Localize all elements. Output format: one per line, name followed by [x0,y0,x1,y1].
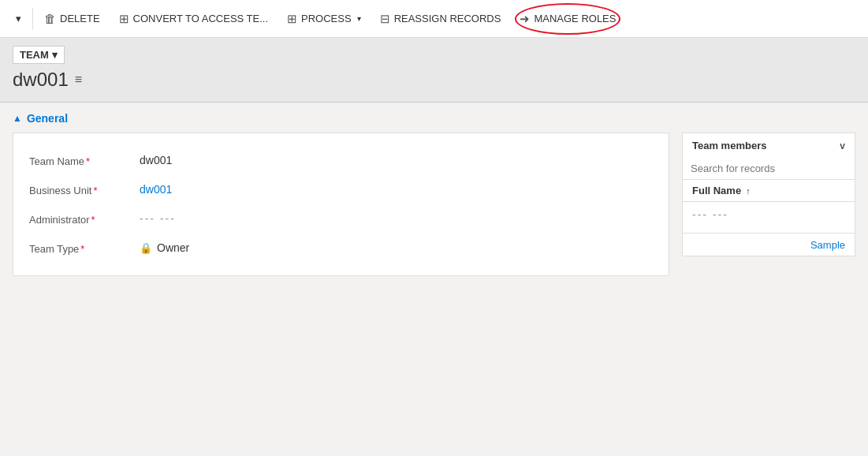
panel-footer-link[interactable]: Sample [810,239,845,251]
lock-icon: 🔒 [140,242,152,254]
team-type-required: * [80,243,84,255]
toolbar-divider-1 [32,8,33,30]
process-label: PROCESS [301,13,352,24]
main-content: ▲ General Team Name* dw001 Business Unit… [0,103,868,286]
business-unit-row: Business Unit* dw001 [29,175,653,204]
team-name-row: Team Name* dw001 [29,146,653,175]
team-type-value: 🔒 Owner [140,241,653,254]
business-unit-required: * [93,185,97,196]
team-name-label: Team Name* [29,154,140,167]
reassign-icon: ⊟ [380,12,390,26]
form-card: Team Name* dw001 Business Unit* dw001 Ad… [13,133,669,276]
record-title: dw001 [13,69,69,91]
team-type-row: Team Type* 🔒 Owner [29,234,653,263]
section-label: General [27,112,68,125]
administrator-required: * [91,214,95,226]
panel-column-header: Full Name ↑ [682,180,855,202]
reassign-label: REASSIGN RECORDS [394,13,501,24]
convert-icon: ⊞ [119,12,129,26]
administrator-label: Administrator* [29,212,140,226]
reassign-button[interactable]: ⊟ REASSIGN RECORDS [371,0,511,38]
panel-header: Team members v [682,133,855,158]
panel-footer: Sample [682,234,855,256]
team-dropdown-label: TEAM [20,49,49,61]
toolbar: ▾ 🗑 DELETE ⊞ CONVERT TO ACCESS TE... ⊞ P… [0,0,868,38]
convert-label: CONVERT TO ACCESS TE... [133,13,268,24]
chevron-down-icon: ▾ [16,13,21,24]
more-options-button[interactable]: ▾ [6,0,31,38]
manage-roles-label: MANAGE ROLES [534,13,616,24]
right-panel: Team members v Full Name ↑ --- --- Sampl… [682,133,855,276]
convert-button[interactable]: ⊞ CONVERT TO ACCESS TE... [110,0,278,38]
record-header: TEAM ▾ dw001 ≡ [0,38,868,103]
manage-roles-button[interactable]: ➜ MANAGE ROLES [510,0,625,38]
process-dropdown-arrow: ▾ [357,14,361,23]
section-chevron: ▲ [13,113,22,124]
team-name-required: * [86,155,90,167]
panel-table-body: --- --- [682,202,855,234]
panel-search-input[interactable] [682,158,855,180]
manage-roles-icon: ➜ [520,12,530,26]
sort-arrow-icon: ↑ [746,186,751,196]
process-icon: ⊞ [287,12,297,26]
content-layout: Team Name* dw001 Business Unit* dw001 Ad… [13,133,855,276]
team-type-label: Team Type* [29,241,140,255]
administrator-value: --- --- [140,212,653,225]
administrator-row: Administrator* --- --- [29,204,653,234]
panel-expand-icon[interactable]: v [840,140,845,151]
business-unit-label: Business Unit* [29,183,140,196]
record-title-row: dw001 ≡ [13,69,855,91]
team-type-text: Owner [157,241,189,254]
delete-icon: 🗑 [44,12,56,25]
delete-label: DELETE [60,13,100,24]
business-unit-value[interactable]: dw001 [140,183,653,196]
team-name-value: dw001 [140,154,653,166]
team-dropdown-arrow: ▾ [52,49,58,61]
panel-column-label: Full Name [692,185,741,196]
delete-button[interactable]: 🗑 DELETE [35,0,110,38]
team-dropdown-button[interactable]: TEAM ▾ [13,46,65,64]
panel-row-value: --- --- [692,208,728,221]
process-button[interactable]: ⊞ PROCESS ▾ [278,0,371,38]
record-menu-icon[interactable]: ≡ [75,73,82,87]
panel-header-label: Team members [692,140,766,151]
section-header[interactable]: ▲ General [13,112,855,125]
